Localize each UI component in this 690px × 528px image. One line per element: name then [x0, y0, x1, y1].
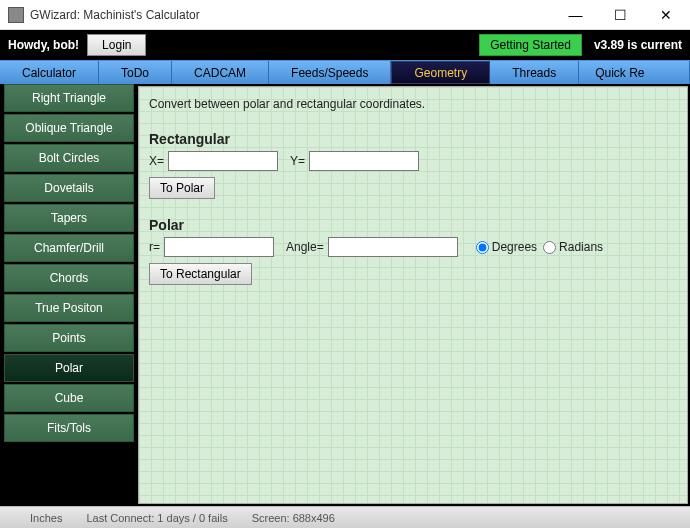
tab-geometry[interactable]: Geometry	[391, 61, 490, 84]
tab-threads[interactable]: Threads	[490, 61, 579, 84]
radians-label: Radians	[559, 240, 603, 254]
sidebar-item-dovetails[interactable]: Dovetails	[4, 174, 134, 202]
minimize-button[interactable]: —	[553, 1, 598, 29]
x-label: X=	[149, 154, 164, 168]
sidebar-item-polar[interactable]: Polar	[4, 354, 134, 382]
to-polar-button[interactable]: To Polar	[149, 177, 215, 199]
sidebar-item-points[interactable]: Points	[4, 324, 134, 352]
content-panel: Convert between polar and rectangular co…	[138, 86, 688, 504]
login-button[interactable]: Login	[87, 34, 146, 56]
y-label: Y=	[290, 154, 305, 168]
sidebar-item-cube[interactable]: Cube	[4, 384, 134, 412]
sidebar-item-right-triangle[interactable]: Right Triangle	[4, 84, 134, 112]
sidebar-item-chamfer-drill[interactable]: Chamfer/Drill	[4, 234, 134, 262]
angle-label: Angle=	[286, 240, 324, 254]
app-icon	[8, 7, 24, 23]
description-text: Convert between polar and rectangular co…	[149, 97, 677, 111]
rectangular-title: Rectangular	[149, 131, 677, 147]
getting-started-button[interactable]: Getting Started	[479, 34, 582, 56]
y-input[interactable]	[309, 151, 419, 171]
tab-quick-re[interactable]: Quick Re	[579, 61, 690, 84]
sidebar-item-bolt-circles[interactable]: Bolt Circles	[4, 144, 134, 172]
r-label: r=	[149, 240, 160, 254]
statusbar: Inches Last Connect: 1 days / 0 fails Sc…	[0, 506, 690, 528]
sidebar-item-chords[interactable]: Chords	[4, 264, 134, 292]
tab-calculator[interactable]: Calculator	[0, 61, 99, 84]
greeting-text: Howdy, bob!	[8, 38, 79, 52]
maximize-button[interactable]: ☐	[598, 1, 643, 29]
status-screen: Screen: 688x496	[252, 512, 335, 524]
degrees-label: Degrees	[492, 240, 537, 254]
version-text: v3.89 is current	[594, 38, 682, 52]
tab-cadcam[interactable]: CADCAM	[172, 61, 269, 84]
titlebar: GWizard: Machinist's Calculator — ☐ ✕	[0, 0, 690, 30]
sidebar-item-true-positon[interactable]: True Positon	[4, 294, 134, 322]
sidebar-item-fits-tols[interactable]: Fits/Tols	[4, 414, 134, 442]
radians-radio[interactable]	[543, 241, 556, 254]
tab-feeds-speeds[interactable]: Feeds/Speeds	[269, 61, 391, 84]
to-rectangular-button[interactable]: To Rectangular	[149, 263, 252, 285]
status-connect: Last Connect: 1 days / 0 fails	[86, 512, 227, 524]
r-input[interactable]	[164, 237, 274, 257]
window-title: GWizard: Machinist's Calculator	[30, 8, 553, 22]
tab-todo[interactable]: ToDo	[99, 61, 172, 84]
main-tabs: CalculatorToDoCADCAMFeeds/SpeedsGeometry…	[0, 60, 690, 84]
x-input[interactable]	[168, 151, 278, 171]
polar-title: Polar	[149, 217, 677, 233]
header-bar: Howdy, bob! Login Getting Started v3.89 …	[0, 30, 690, 60]
degrees-radio-wrap[interactable]: Degrees	[476, 240, 537, 254]
status-units: Inches	[30, 512, 62, 524]
close-button[interactable]: ✕	[643, 1, 688, 29]
degrees-radio[interactable]	[476, 241, 489, 254]
sidebar: Right TriangleOblique TriangleBolt Circl…	[0, 84, 138, 506]
angle-input[interactable]	[328, 237, 458, 257]
sidebar-item-tapers[interactable]: Tapers	[4, 204, 134, 232]
sidebar-item-oblique-triangle[interactable]: Oblique Triangle	[4, 114, 134, 142]
radians-radio-wrap[interactable]: Radians	[543, 240, 603, 254]
